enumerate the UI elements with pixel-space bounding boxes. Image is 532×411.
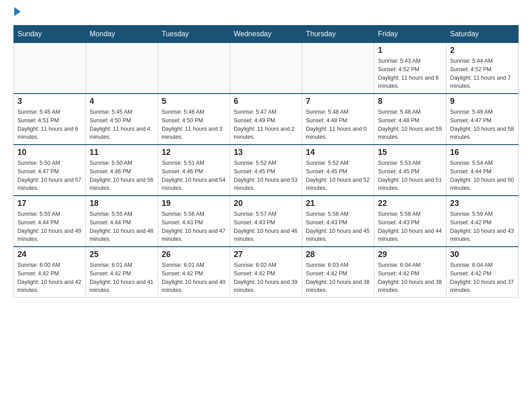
day-info: Sunrise: 5:53 AMSunset: 4:45 PMDaylight:… <box>378 159 442 193</box>
calendar-cell: 25Sunrise: 6:01 AMSunset: 4:42 PMDayligh… <box>86 247 158 298</box>
day-info: Sunrise: 5:45 AMSunset: 4:51 PMDaylight:… <box>17 108 82 141</box>
calendar-cell: 17Sunrise: 5:55 AMSunset: 4:44 PMDayligh… <box>14 196 86 247</box>
calendar-cell: 29Sunrise: 6:04 AMSunset: 4:42 PMDayligh… <box>374 247 446 298</box>
day-info: Sunrise: 5:49 AMSunset: 4:47 PMDaylight:… <box>450 108 515 141</box>
calendar-week-row: 3Sunrise: 5:45 AMSunset: 4:51 PMDaylight… <box>14 94 519 145</box>
calendar-cell: 8Sunrise: 5:48 AMSunset: 4:48 PMDaylight… <box>374 94 446 145</box>
calendar-cell: 1Sunrise: 5:43 AMSunset: 4:52 PMDaylight… <box>374 43 446 94</box>
day-number: 3 <box>17 97 82 106</box>
day-info: Sunrise: 5:45 AMSunset: 4:50 PMDaylight:… <box>90 108 154 141</box>
weekday-header-friday: Friday <box>374 26 446 43</box>
day-info: Sunrise: 5:50 AMSunset: 4:47 PMDaylight:… <box>17 159 82 193</box>
calendar-cell: 18Sunrise: 5:55 AMSunset: 4:44 PMDayligh… <box>86 196 158 247</box>
calendar-cell: 27Sunrise: 6:02 AMSunset: 4:42 PMDayligh… <box>230 247 302 298</box>
day-number: 5 <box>162 97 226 106</box>
calendar-cell <box>302 43 374 94</box>
calendar-cell: 4Sunrise: 5:45 AMSunset: 4:50 PMDaylight… <box>86 94 158 145</box>
weekday-header-sunday: Sunday <box>14 26 86 43</box>
calendar-cell: 21Sunrise: 5:58 AMSunset: 4:43 PMDayligh… <box>302 196 374 247</box>
day-info: Sunrise: 5:59 AMSunset: 4:42 PMDaylight:… <box>450 210 515 244</box>
day-info: Sunrise: 5:48 AMSunset: 4:48 PMDaylight:… <box>306 108 370 141</box>
day-info: Sunrise: 5:44 AMSunset: 4:52 PMDaylight:… <box>450 57 515 90</box>
day-number: 8 <box>378 97 442 106</box>
day-info: Sunrise: 5:58 AMSunset: 4:43 PMDaylight:… <box>306 210 370 244</box>
calendar-cell: 26Sunrise: 6:01 AMSunset: 4:42 PMDayligh… <box>158 247 230 298</box>
day-number: 7 <box>306 97 370 106</box>
day-number: 30 <box>450 250 515 259</box>
day-number: 20 <box>234 199 298 208</box>
day-info: Sunrise: 5:55 AMSunset: 4:44 PMDaylight:… <box>90 210 154 244</box>
day-number: 16 <box>450 148 515 157</box>
day-info: Sunrise: 5:57 AMSunset: 4:43 PMDaylight:… <box>234 210 298 244</box>
page-header <box>13 9 519 16</box>
day-info: Sunrise: 5:55 AMSunset: 4:44 PMDaylight:… <box>17 210 82 244</box>
calendar-table: SundayMondayTuesdayWednesdayThursdayFrid… <box>13 25 519 298</box>
calendar-cell: 5Sunrise: 5:46 AMSunset: 4:50 PMDaylight… <box>158 94 230 145</box>
calendar-cell: 15Sunrise: 5:53 AMSunset: 4:45 PMDayligh… <box>374 145 446 196</box>
day-info: Sunrise: 5:52 AMSunset: 4:45 PMDaylight:… <box>234 159 298 193</box>
calendar-cell: 24Sunrise: 6:00 AMSunset: 4:42 PMDayligh… <box>14 247 86 298</box>
calendar-cell: 30Sunrise: 6:04 AMSunset: 4:42 PMDayligh… <box>446 247 519 298</box>
day-number: 23 <box>450 199 515 208</box>
calendar-cell <box>230 43 302 94</box>
logo <box>13 9 21 16</box>
weekday-header-thursday: Thursday <box>302 26 374 43</box>
calendar-cell: 20Sunrise: 5:57 AMSunset: 4:43 PMDayligh… <box>230 196 302 247</box>
weekday-header-wednesday: Wednesday <box>230 26 302 43</box>
day-number: 22 <box>378 199 442 208</box>
day-number: 19 <box>162 199 226 208</box>
day-number: 9 <box>450 97 515 106</box>
day-number: 26 <box>162 250 226 259</box>
calendar-week-row: 24Sunrise: 6:00 AMSunset: 4:42 PMDayligh… <box>14 247 519 298</box>
day-number: 15 <box>378 148 442 157</box>
day-number: 10 <box>17 148 82 157</box>
calendar-cell: 22Sunrise: 5:58 AMSunset: 4:43 PMDayligh… <box>374 196 446 247</box>
day-number: 18 <box>90 199 154 208</box>
calendar-cell: 3Sunrise: 5:45 AMSunset: 4:51 PMDaylight… <box>14 94 86 145</box>
day-number: 17 <box>17 199 82 208</box>
calendar-week-row: 10Sunrise: 5:50 AMSunset: 4:47 PMDayligh… <box>14 145 519 196</box>
calendar-cell: 19Sunrise: 5:56 AMSunset: 4:43 PMDayligh… <box>158 196 230 247</box>
day-info: Sunrise: 5:48 AMSunset: 4:48 PMDaylight:… <box>378 108 442 141</box>
calendar-cell <box>14 43 86 94</box>
calendar-cell <box>158 43 230 94</box>
day-info: Sunrise: 5:46 AMSunset: 4:50 PMDaylight:… <box>162 108 226 141</box>
calendar-cell: 11Sunrise: 5:50 AMSunset: 4:46 PMDayligh… <box>86 145 158 196</box>
calendar-header-row: SundayMondayTuesdayWednesdayThursdayFrid… <box>14 26 519 43</box>
calendar-week-row: 1Sunrise: 5:43 AMSunset: 4:52 PMDaylight… <box>14 43 519 94</box>
day-info: Sunrise: 6:01 AMSunset: 4:42 PMDaylight:… <box>162 261 226 295</box>
calendar-cell: 28Sunrise: 6:03 AMSunset: 4:42 PMDayligh… <box>302 247 374 298</box>
logo-arrow-icon <box>14 7 21 16</box>
day-info: Sunrise: 5:58 AMSunset: 4:43 PMDaylight:… <box>378 210 442 244</box>
day-info: Sunrise: 5:50 AMSunset: 4:46 PMDaylight:… <box>90 159 154 193</box>
calendar-cell: 12Sunrise: 5:51 AMSunset: 4:46 PMDayligh… <box>158 145 230 196</box>
day-info: Sunrise: 6:00 AMSunset: 4:42 PMDaylight:… <box>17 261 82 295</box>
day-number: 25 <box>90 250 154 259</box>
calendar-cell: 6Sunrise: 5:47 AMSunset: 4:49 PMDaylight… <box>230 94 302 145</box>
day-number: 12 <box>162 148 226 157</box>
day-info: Sunrise: 5:43 AMSunset: 4:52 PMDaylight:… <box>378 57 442 90</box>
day-number: 27 <box>234 250 298 259</box>
day-info: Sunrise: 5:52 AMSunset: 4:45 PMDaylight:… <box>306 159 370 193</box>
day-number: 4 <box>90 97 154 106</box>
calendar-cell: 14Sunrise: 5:52 AMSunset: 4:45 PMDayligh… <box>302 145 374 196</box>
day-number: 11 <box>90 148 154 157</box>
calendar-cell: 9Sunrise: 5:49 AMSunset: 4:47 PMDaylight… <box>446 94 519 145</box>
day-number: 24 <box>17 250 82 259</box>
day-number: 29 <box>378 250 442 259</box>
day-info: Sunrise: 6:04 AMSunset: 4:42 PMDaylight:… <box>378 261 442 295</box>
day-number: 2 <box>450 46 515 55</box>
day-number: 6 <box>234 97 298 106</box>
calendar-cell: 10Sunrise: 5:50 AMSunset: 4:47 PMDayligh… <box>14 145 86 196</box>
day-number: 21 <box>306 199 370 208</box>
day-info: Sunrise: 6:04 AMSunset: 4:42 PMDaylight:… <box>450 261 515 295</box>
weekday-header-tuesday: Tuesday <box>158 26 230 43</box>
day-info: Sunrise: 6:02 AMSunset: 4:42 PMDaylight:… <box>234 261 298 295</box>
day-info: Sunrise: 5:47 AMSunset: 4:49 PMDaylight:… <box>234 108 298 141</box>
logo-line1 <box>13 9 21 16</box>
day-info: Sunrise: 5:56 AMSunset: 4:43 PMDaylight:… <box>162 210 226 244</box>
day-number: 14 <box>306 148 370 157</box>
calendar-week-row: 17Sunrise: 5:55 AMSunset: 4:44 PMDayligh… <box>14 196 519 247</box>
calendar-cell: 23Sunrise: 5:59 AMSunset: 4:42 PMDayligh… <box>446 196 519 247</box>
calendar-cell: 2Sunrise: 5:44 AMSunset: 4:52 PMDaylight… <box>446 43 519 94</box>
